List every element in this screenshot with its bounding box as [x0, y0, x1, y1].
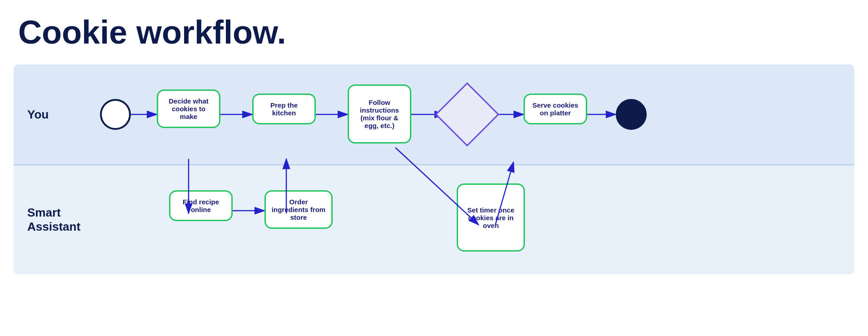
swimlane-assistant: Smart Assistant Find recipe online Ord: [14, 165, 854, 274]
node-serve: Serve cookies on platter: [524, 94, 587, 124]
node-diamond-wrapper: [444, 92, 490, 137]
diagram-container: You: [14, 64, 854, 274]
lane-label-assistant: Smart Assistant: [14, 206, 90, 234]
node-decide: Decide what cookies to make: [157, 89, 220, 128]
node-diamond: [435, 82, 499, 146]
swimlane-you: You: [14, 64, 854, 165]
node-follow: Follow instructions (mix flour & egg, et…: [348, 84, 411, 143]
page-title: Cookie workflow.: [0, 0, 868, 55]
lane-content-you: Decide what cookies to make Prep the kit…: [77, 64, 854, 164]
node-order: Order ingredients from store: [264, 190, 333, 229]
node-set-timer: Set timer once cookies are in oven: [457, 183, 525, 252]
end-circle: [616, 99, 647, 130]
lane-content-assistant: Find recipe online Order ingredients fro…: [90, 165, 854, 274]
lane-label-you: You: [14, 108, 77, 122]
start-circle: [100, 99, 131, 130]
node-prep: Prep the kitchen: [252, 94, 316, 124]
node-find-recipe: Find recipe online: [169, 190, 233, 221]
